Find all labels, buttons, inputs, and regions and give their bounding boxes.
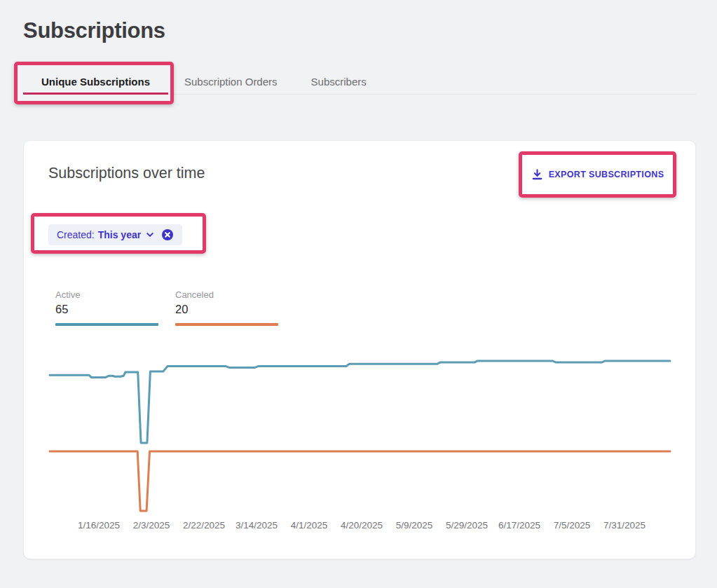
- x-axis-tick-label: 6/17/2025: [498, 520, 540, 531]
- subscriptions-line-chart: 1/16/20252/3/20252/22/20253/14/20254/1/2…: [24, 341, 697, 540]
- chart-title: Subscriptions over time: [48, 165, 205, 182]
- legend-color-bar-active: [55, 323, 158, 326]
- x-axis-tick-label: 3/14/2025: [235, 520, 278, 531]
- remove-filter-button[interactable]: [161, 228, 174, 241]
- tab-subscribers[interactable]: Subscribers: [311, 69, 367, 94]
- x-axis-tick-label: 7/31/2025: [603, 520, 646, 531]
- series-line-active: [50, 361, 670, 443]
- tab-unique-subscriptions[interactable]: Unique Subscriptions: [23, 69, 168, 94]
- filter-chip-value: This year: [98, 229, 141, 240]
- tab-subscription-orders[interactable]: Subscription Orders: [184, 69, 278, 94]
- series-line-canceled: [50, 451, 670, 511]
- legend-item-active: Active 65: [55, 289, 158, 326]
- download-icon: [531, 169, 543, 181]
- x-axis-tick-label: 2/22/2025: [183, 520, 225, 531]
- x-axis-tick-label: 5/29/2025: [446, 520, 488, 531]
- export-subscriptions-button[interactable]: EXPORT SUBSCRIPTIONS: [522, 155, 673, 194]
- circle-x-icon: [161, 228, 174, 241]
- chart-legend: Active 65 Canceled 20: [55, 289, 278, 326]
- created-filter-chip[interactable]: Created: This year: [48, 224, 182, 245]
- x-axis-tick-label: 2/3/2025: [133, 520, 170, 531]
- subscriptions-over-time-card: Subscriptions over time EXPORT SUBSCRIPT…: [23, 140, 696, 559]
- x-axis-tick-label: 1/16/2025: [78, 520, 120, 531]
- legend-value: 65: [55, 303, 158, 316]
- filter-chip-prefix: Created:: [57, 229, 95, 240]
- legend-label: Canceled: [175, 289, 278, 300]
- export-button-label: EXPORT SUBSCRIPTIONS: [549, 170, 664, 179]
- tab-label: Subscribers: [311, 76, 367, 88]
- legend-value: 20: [175, 303, 278, 316]
- x-axis-tick-label: 5/9/2025: [396, 520, 433, 531]
- legend-label: Active: [55, 289, 158, 300]
- tab-label: Subscription Orders: [184, 76, 278, 88]
- page-title: Subscriptions: [23, 18, 165, 43]
- chevron-down-icon: [146, 231, 154, 239]
- tab-label: Unique Subscriptions: [41, 76, 150, 88]
- x-axis-tick-label: 4/1/2025: [291, 520, 328, 531]
- x-axis-tick-label: 4/20/2025: [341, 520, 383, 531]
- legend-color-bar-canceled: [175, 323, 278, 326]
- tab-bar: Unique Subscriptions Subscription Orders…: [23, 69, 696, 95]
- subscriptions-page: Subscriptions Unique Subscriptions Subsc…: [0, 0, 717, 588]
- legend-item-canceled: Canceled 20: [175, 289, 278, 326]
- x-axis-tick-label: 7/5/2025: [554, 520, 591, 531]
